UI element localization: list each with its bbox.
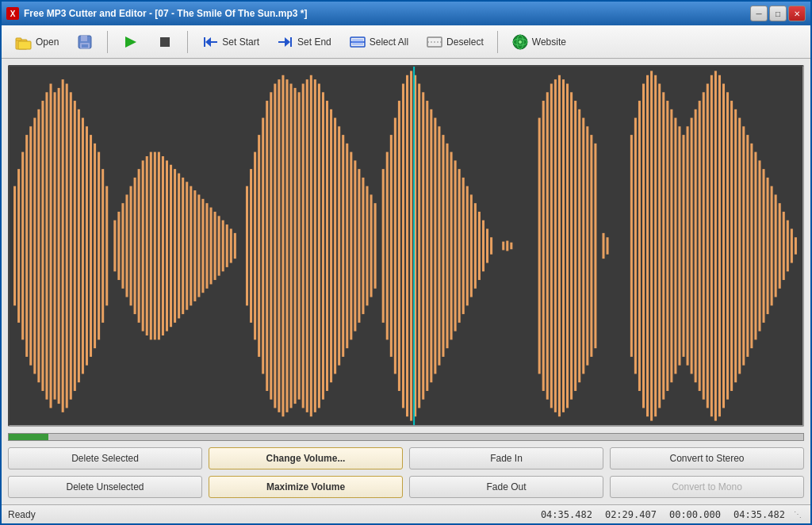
svg-rect-32 bbox=[41, 101, 44, 391]
save-button[interactable] bbox=[69, 29, 101, 55]
status-time-selected: 02:29.407 bbox=[605, 509, 657, 520]
svg-rect-125 bbox=[430, 109, 432, 382]
svg-rect-81 bbox=[250, 169, 252, 323]
svg-rect-79 bbox=[234, 233, 236, 259]
svg-rect-168 bbox=[658, 84, 661, 408]
delete-selected-button[interactable]: Delete Selected bbox=[8, 447, 202, 469]
svg-rect-67 bbox=[186, 182, 188, 309]
resize-grip[interactable]: ⋱ bbox=[791, 508, 804, 521]
svg-rect-6 bbox=[82, 44, 88, 48]
svg-rect-131 bbox=[454, 160, 457, 331]
convert-to-mono-button[interactable]: Convert to Mono bbox=[610, 476, 804, 498]
svg-rect-146 bbox=[546, 92, 549, 399]
status-times: 04:35.482 02:29.407 00:00.000 04:35.482 bbox=[541, 509, 785, 520]
title-controls: ─ □ ✕ bbox=[750, 6, 806, 21]
website-icon bbox=[511, 33, 529, 51]
svg-rect-48 bbox=[105, 186, 108, 306]
set-end-button[interactable]: Set End bbox=[270, 29, 339, 55]
set-start-button[interactable]: Set Start bbox=[194, 29, 266, 55]
progress-fill bbox=[9, 434, 48, 440]
svg-rect-50 bbox=[117, 212, 120, 280]
svg-rect-148 bbox=[554, 79, 557, 412]
set-end-icon bbox=[277, 33, 294, 51]
svg-rect-55 bbox=[138, 169, 140, 323]
svg-rect-151 bbox=[566, 84, 569, 408]
svg-rect-90 bbox=[285, 79, 288, 412]
svg-rect-76 bbox=[222, 220, 224, 272]
main-window: X Free MP3 Cutter and Editor - [07 - The… bbox=[0, 0, 812, 525]
svg-rect-162 bbox=[634, 118, 637, 374]
svg-rect-27 bbox=[21, 152, 24, 340]
svg-rect-92 bbox=[294, 88, 297, 404]
svg-rect-184 bbox=[722, 84, 725, 408]
svg-rect-165 bbox=[646, 75, 649, 416]
svg-rect-57 bbox=[146, 156, 148, 335]
maximize-button[interactable]: □ bbox=[769, 6, 787, 21]
svg-rect-17 bbox=[352, 39, 363, 45]
waveform-display[interactable] bbox=[10, 67, 802, 425]
svg-rect-123 bbox=[422, 92, 424, 399]
svg-rect-83 bbox=[258, 135, 260, 357]
svg-rect-147 bbox=[550, 84, 553, 408]
svg-rect-127 bbox=[438, 126, 440, 365]
svg-rect-157 bbox=[590, 135, 592, 357]
svg-rect-111 bbox=[370, 194, 373, 297]
svg-rect-164 bbox=[642, 84, 645, 408]
svg-rect-93 bbox=[298, 92, 301, 399]
svg-rect-169 bbox=[662, 92, 665, 399]
svg-rect-8 bbox=[160, 37, 170, 47]
svg-rect-109 bbox=[362, 178, 364, 314]
svg-rect-120 bbox=[410, 71, 412, 420]
open-label: Open bbox=[36, 36, 59, 48]
website-button[interactable]: Website bbox=[504, 29, 573, 55]
svg-rect-31 bbox=[37, 109, 40, 382]
svg-rect-122 bbox=[418, 84, 420, 408]
svg-rect-102 bbox=[334, 118, 336, 374]
maximize-volume-button[interactable]: Maximize Volume bbox=[209, 476, 403, 498]
title-bar: X Free MP3 Cutter and Editor - [07 - The… bbox=[2, 2, 810, 25]
svg-rect-124 bbox=[426, 101, 428, 391]
svg-rect-91 bbox=[290, 84, 293, 408]
progress-bar[interactable] bbox=[8, 433, 804, 441]
open-button[interactable]: Open bbox=[8, 29, 66, 55]
svg-rect-82 bbox=[254, 152, 256, 340]
svg-rect-87 bbox=[274, 84, 276, 408]
svg-rect-119 bbox=[406, 75, 408, 416]
svg-rect-190 bbox=[746, 135, 749, 357]
svg-rect-182 bbox=[714, 71, 717, 420]
window-title: Free MP3 Cutter and Editor - [07 - The S… bbox=[24, 8, 750, 19]
website-label: Website bbox=[532, 36, 566, 48]
convert-to-stereo-button[interactable]: Convert to Stereo bbox=[610, 447, 804, 469]
svg-rect-106 bbox=[350, 152, 352, 340]
stop-button[interactable] bbox=[149, 29, 181, 55]
fade-in-button[interactable]: Fade In bbox=[409, 447, 603, 469]
fade-out-button[interactable]: Fade Out bbox=[409, 476, 603, 498]
svg-rect-154 bbox=[578, 109, 580, 382]
change-volume-button[interactable]: Change Volume... bbox=[209, 447, 403, 469]
svg-rect-101 bbox=[330, 109, 332, 382]
close-button[interactable]: ✕ bbox=[788, 6, 806, 21]
stop-icon bbox=[156, 33, 174, 51]
svg-rect-116 bbox=[394, 118, 396, 374]
svg-rect-180 bbox=[707, 84, 709, 408]
svg-rect-97 bbox=[314, 79, 316, 412]
select-all-button[interactable]: Select All bbox=[342, 29, 416, 55]
play-button[interactable] bbox=[114, 29, 146, 55]
svg-rect-94 bbox=[302, 84, 304, 408]
svg-rect-117 bbox=[398, 101, 400, 391]
waveform-container[interactable] bbox=[8, 65, 804, 427]
delete-unselected-button[interactable]: Delete Unselected bbox=[8, 476, 202, 498]
svg-rect-61 bbox=[162, 156, 164, 335]
svg-marker-7 bbox=[125, 36, 136, 48]
svg-rect-43 bbox=[86, 126, 88, 365]
svg-rect-63 bbox=[170, 165, 172, 327]
svg-rect-129 bbox=[446, 144, 449, 348]
status-time-end: 04:35.482 bbox=[733, 509, 785, 520]
svg-rect-77 bbox=[226, 224, 228, 267]
svg-rect-193 bbox=[758, 160, 760, 331]
svg-rect-160 bbox=[607, 237, 609, 255]
minimize-button[interactable]: ─ bbox=[750, 6, 768, 21]
deselect-button[interactable]: Deselect bbox=[419, 29, 491, 55]
svg-rect-114 bbox=[386, 152, 389, 340]
svg-rect-108 bbox=[358, 169, 360, 323]
